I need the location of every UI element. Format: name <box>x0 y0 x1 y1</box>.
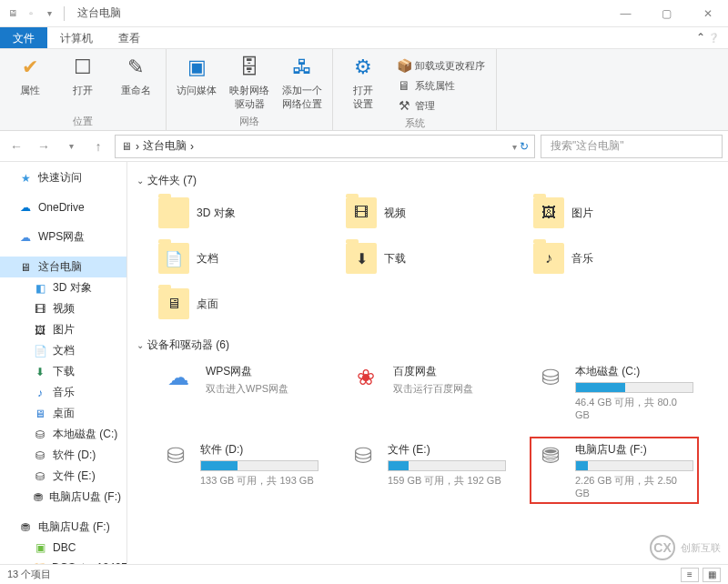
drive-item[interactable]: ⛁ 软件 (D:) 133 GB 可用，共 193 GB <box>155 437 324 504</box>
ribbon-label: 访问媒体 <box>177 84 217 97</box>
forward-button[interactable]: → <box>33 136 55 157</box>
drive-icon: ❀ <box>348 364 384 391</box>
nav-documents[interactable]: 📄文档 <box>0 340 126 361</box>
tab-view[interactable]: 查看 <box>106 27 153 48</box>
view-icons-button[interactable]: ▦ <box>703 568 721 582</box>
ribbon-label: 卸载或更改程序 <box>415 59 485 73</box>
nav-disk-f[interactable]: ⛃电脑店U盘 (F:) <box>0 487 126 508</box>
folder-label: 3D 对象 <box>197 206 236 221</box>
nav-usb-f[interactable]: ⛃电脑店U盘 (F:) <box>0 517 126 538</box>
map-drive-icon: 🗄 <box>235 53 264 82</box>
back-button[interactable]: ← <box>5 136 27 157</box>
ribbon-map-drive[interactable]: 🗄 映射网络 驱动器 <box>227 53 272 111</box>
watermark: CX 创新互联 <box>650 535 721 560</box>
addr-dropdown[interactable]: ▾ <box>512 142 517 152</box>
drive-name: 百度网盘 <box>393 364 506 379</box>
nav-desktop[interactable]: 🖥桌面 <box>0 403 126 424</box>
cloud-icon: ☁ <box>18 230 33 245</box>
ribbon: ✔ 属性 ☐ 打开 ✎ 重命名 位置 ▣ 访问媒体 🗄 映射网络 驱动器 <box>0 49 728 131</box>
drive-subtext: 双击进入WPS网盘 <box>206 382 318 396</box>
drive-item[interactable]: ⛁ 本地磁盘 (C:) 46.4 GB 可用，共 80.0 GB <box>530 358 699 426</box>
folder-item[interactable]: ♪ 音乐 <box>530 239 699 277</box>
ribbon-sys-props[interactable]: 🖥 系统属性 <box>393 76 489 95</box>
open-icon: ☐ <box>68 53 97 82</box>
folder-item[interactable]: 🎞 视频 <box>342 194 511 232</box>
drive-item[interactable]: ⛃ 电脑店U盘 (F:) 2.26 GB 可用，共 2.50 GB <box>530 437 699 504</box>
nav-quick-access[interactable]: ★快速访问 <box>0 167 126 188</box>
status-item-count: 13 个项目 <box>7 568 51 581</box>
ribbon-uninstall[interactable]: 📦 卸载或更改程序 <box>393 56 489 75</box>
folder-item[interactable]: ⬇ 下载 <box>342 239 511 277</box>
folder-icon: ⬇ <box>346 243 377 274</box>
folder-item[interactable]: 3D 对象 <box>155 194 324 232</box>
nav-disk-c[interactable]: ⛁本地磁盘 (C:) <box>0 424 126 445</box>
watermark-text: 创新互联 <box>681 541 721 555</box>
nav-dbc[interactable]: ▣DBC <box>0 538 126 558</box>
drive-icon: ⛁ <box>348 442 379 469</box>
nav-downloads[interactable]: ⬇下载 <box>0 361 126 382</box>
ribbon-manage[interactable]: ⚒ 管理 <box>393 96 489 115</box>
drive-item[interactable]: ☁ WPS网盘 双击进入WPS网盘 <box>155 358 324 426</box>
folder-item[interactable]: 🖥 桌面 <box>155 285 324 323</box>
nav-dgsetup[interactable]: 📁DGSetup1249E <box>0 558 126 564</box>
ribbon-open[interactable]: ☐ 打开 <box>60 53 106 97</box>
address-path[interactable]: 🖥 › 这台电脑 › ▾ ↻ <box>115 135 535 158</box>
refresh-button[interactable]: ↻ <box>520 140 529 153</box>
drive-usage-bar <box>388 460 506 471</box>
ribbon-collapse-button[interactable]: ⌃ ❔ <box>687 27 728 48</box>
section-folders-header[interactable]: ⌄ 文件夹 (7) <box>136 167 719 194</box>
drive-item[interactable]: ❀ 百度网盘 双击运行百度网盘 <box>342 358 511 426</box>
folder-label: 文档 <box>197 251 218 267</box>
ribbon-add-network[interactable]: 🖧 添加一个 网络位置 <box>279 53 325 111</box>
nav-onedrive[interactable]: ☁OneDrive <box>0 197 126 217</box>
address-bar: ← → ▾ ↑ 🖥 › 这台电脑 › ▾ ↻ 搜索"这台电脑" <box>0 131 728 162</box>
drive-item[interactable]: ⛁ 文件 (E:) 159 GB 可用，共 192 GB <box>342 437 511 504</box>
section-drives-header[interactable]: ⌄ 设备和驱动器 (6) <box>136 332 719 358</box>
section-title: 文件夹 (7) <box>147 173 197 188</box>
drive-name: 软件 (D:) <box>200 442 318 458</box>
nav-this-pc[interactable]: 🖥这台电脑 <box>0 257 126 277</box>
folder-item[interactable]: 📄 文档 <box>155 239 324 277</box>
drive-icon: ⛃ <box>535 442 566 469</box>
ribbon-tabs: 文件 计算机 查看 ⌃ ❔ <box>0 27 728 49</box>
search-input[interactable]: 搜索"这台电脑" <box>541 135 723 158</box>
ribbon-settings[interactable]: ⚙ 打开 设置 <box>340 53 386 111</box>
ribbon-rename[interactable]: ✎ 重命名 <box>113 53 158 97</box>
nav-disk-e[interactable]: ⛁文件 (E:) <box>0 466 126 487</box>
nav-disk-d[interactable]: ⛁软件 (D:) <box>0 445 126 466</box>
nav-3d-objects[interactable]: ◧3D 对象 <box>0 277 126 298</box>
video-icon: 🎞 <box>33 302 47 317</box>
maximize-button[interactable]: ▢ <box>646 0 687 27</box>
check-icon: ✔ <box>15 53 45 82</box>
folder-item[interactable]: 🖼 图片 <box>530 194 699 232</box>
picture-icon: 🖼 <box>33 323 47 337</box>
ribbon-media[interactable]: ▣ 访问媒体 <box>174 53 219 97</box>
nav-pictures[interactable]: 🖼图片 <box>0 319 126 340</box>
qat-dropdown[interactable]: ▾ <box>42 6 56 21</box>
breadcrumb-text[interactable]: 这台电脑 <box>143 138 187 154</box>
history-dropdown[interactable]: ▾ <box>60 136 82 157</box>
qat-item-1[interactable]: ▫ <box>24 6 38 21</box>
drive-icon: ⛁ <box>33 469 47 484</box>
breadcrumb-root[interactable]: › <box>136 140 139 153</box>
nav-music[interactable]: ♪音乐 <box>0 382 126 403</box>
ribbon-label: 打开 <box>73 84 93 97</box>
nav-videos[interactable]: 🎞视频 <box>0 298 126 319</box>
chevron-down-icon: ⌄ <box>136 176 144 186</box>
tab-computer[interactable]: 计算机 <box>47 27 106 48</box>
minimize-button[interactable]: — <box>605 0 646 27</box>
ribbon-group-label: 网络 <box>239 115 259 128</box>
drive-name: 文件 (E:) <box>388 442 506 458</box>
ribbon-properties[interactable]: ✔ 属性 <box>7 53 53 97</box>
drive-name: 本地磁盘 (C:) <box>575 364 693 379</box>
window-title: 这台电脑 <box>72 5 121 21</box>
folder-icon: 🎞 <box>346 197 377 228</box>
up-button[interactable]: ↑ <box>87 136 109 157</box>
document-icon: 📄 <box>33 344 47 358</box>
tab-file[interactable]: 文件 <box>0 27 47 48</box>
nav-wps[interactable]: ☁WPS网盘 <box>0 227 126 247</box>
drive-name: 电脑店U盘 (F:) <box>575 442 693 458</box>
close-button[interactable]: ✕ <box>687 0 728 27</box>
breadcrumb-chevron[interactable]: › <box>190 140 194 153</box>
view-details-button[interactable]: ≡ <box>681 568 699 582</box>
